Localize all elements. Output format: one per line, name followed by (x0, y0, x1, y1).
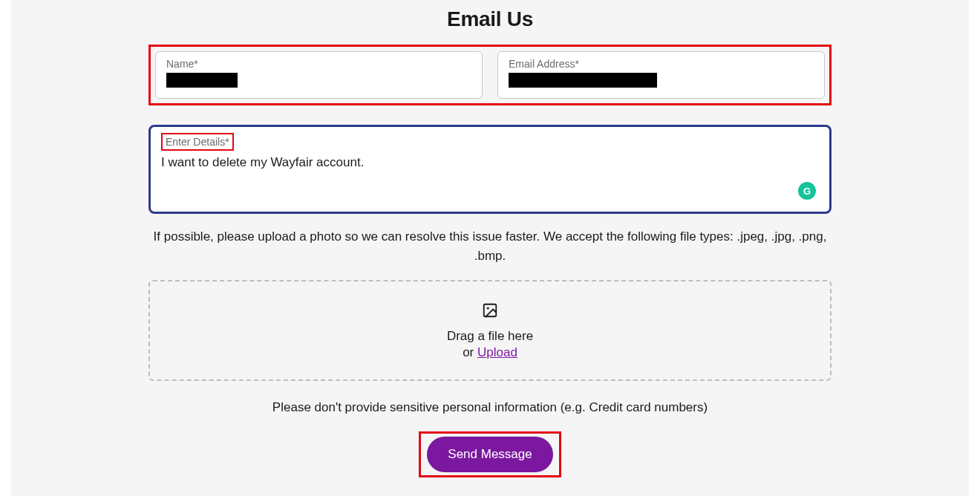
upload-helper-text: If possible, please upload a photo so we… (148, 227, 832, 267)
svg-point-1 (487, 307, 489, 309)
email-field[interactable]: Email Address* (497, 51, 825, 99)
name-field[interactable]: Name* (155, 51, 483, 99)
file-dropzone[interactable]: Drag a file here or Upload (148, 280, 832, 381)
email-us-form: Email Us Name* Email Address* Enter Deta… (148, 0, 832, 477)
details-field[interactable]: Enter Details* I want to delete my Wayfa… (148, 125, 832, 214)
name-email-highlight-box: Name* Email Address* (148, 45, 832, 105)
email-label: Email Address* (509, 58, 814, 70)
or-text: or (463, 345, 477, 359)
or-upload-line: or Upload (157, 345, 823, 360)
grammarly-icon[interactable]: G (798, 182, 816, 200)
details-label: Enter Details* (166, 136, 229, 148)
details-label-highlight-box: Enter Details* (161, 133, 234, 151)
sensitive-info-warning: Please don't provide sensitive personal … (148, 400, 832, 415)
send-message-button[interactable]: Send Message (427, 437, 552, 472)
image-icon (157, 302, 823, 323)
details-textarea[interactable]: I want to delete my Wayfair account. (161, 154, 819, 172)
page-title: Email Us (148, 7, 832, 31)
drag-file-text: Drag a file here (157, 329, 823, 344)
name-label: Name* (166, 58, 471, 70)
upload-link[interactable]: Upload (477, 345, 517, 359)
name-value-redacted (166, 73, 238, 88)
send-button-highlight-box: Send Message (419, 431, 561, 477)
email-value-redacted (509, 73, 657, 88)
